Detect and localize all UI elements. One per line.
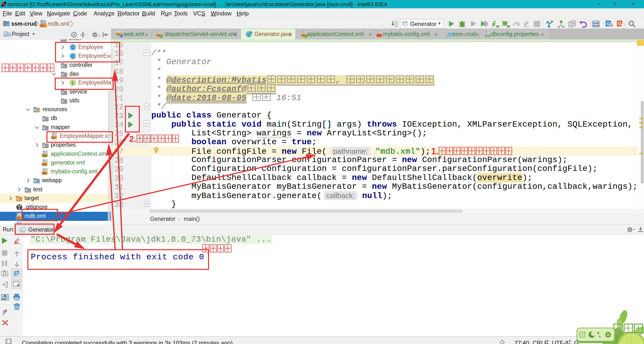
svg-text:<>: <> bbox=[301, 34, 305, 37]
svg-text:<>: <> bbox=[116, 33, 120, 36]
svg-text:I: I bbox=[72, 81, 73, 85]
svg-text:<>: <> bbox=[157, 34, 160, 37]
svg-text:01: 01 bbox=[395, 25, 398, 28]
svg-text:JR: JR bbox=[496, 25, 500, 28]
svg-text:C: C bbox=[71, 54, 74, 59]
svg-text:IJ: IJ bbox=[3, 3, 5, 6]
svg-text:G: G bbox=[618, 21, 621, 26]
svg-text:<>: <> bbox=[40, 24, 44, 28]
svg-text:JR: JR bbox=[506, 25, 510, 28]
svg-text:C: C bbox=[71, 45, 74, 50]
svg-text:<>: <> bbox=[377, 34, 381, 37]
